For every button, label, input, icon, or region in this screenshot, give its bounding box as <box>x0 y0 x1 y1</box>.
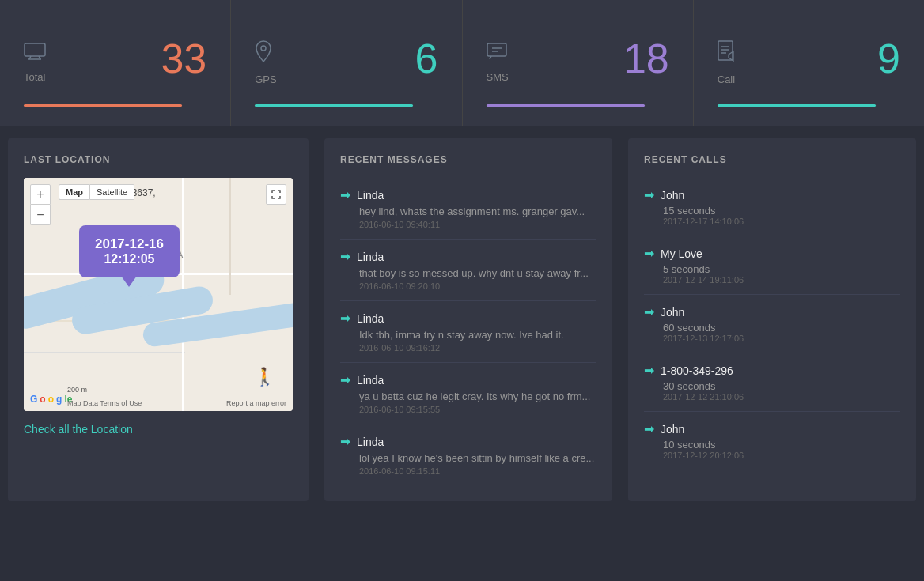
call-header-row: ➡ John <box>644 187 900 202</box>
call-header-row: ➡ 1-800-349-296 <box>644 363 900 378</box>
call-direction-icon: ➡ <box>644 246 654 261</box>
call-direction-icon: ➡ <box>644 304 654 319</box>
map-zoom-out[interactable]: − <box>30 205 51 225</box>
call-duration: 10 seconds <box>644 439 900 451</box>
map-container: + − Map Satellite 93637, USA 2017- <box>24 178 293 411</box>
stat-card-call: Call 9 <box>694 0 924 126</box>
message-direction-icon: ➡ <box>340 372 350 387</box>
map-google-logo: Google <box>30 394 72 405</box>
message-text: lol yea I know he's been sittin by himse… <box>340 452 596 464</box>
call-header-row: ➡ John <box>644 304 900 319</box>
call-underline <box>718 104 876 107</box>
message-sender-row: ➡ Linda <box>340 187 596 202</box>
message-sender-name: Linda <box>357 436 384 448</box>
map-pin-time: 12:12:05 <box>95 252 164 266</box>
message-item: ➡ Linda that boy is so messed up. why dn… <box>340 240 596 301</box>
total-value: 33 <box>161 35 206 82</box>
call-time: 2017-12-12 20:12:06 <box>644 451 900 460</box>
sms-underline <box>487 104 645 107</box>
message-direction-icon: ➡ <box>340 187 350 202</box>
message-sender-row: ➡ Linda <box>340 372 596 387</box>
map-person-icon: 🚶 <box>254 367 275 387</box>
check-location-link[interactable]: Check all the Location <box>24 423 133 436</box>
call-duration: 60 seconds <box>644 322 900 334</box>
call-duration: 15 seconds <box>644 205 900 217</box>
message-item: ➡ Linda ya u betta cuz he legit cray. It… <box>340 363 596 424</box>
map-report-link[interactable]: Report a map error <box>226 399 286 407</box>
call-item: ➡ My Love 5 seconds 2017-12-14 19:11:06 <box>644 236 900 295</box>
calls-list: ➡ John 15 seconds 2017-12-17 14:10:06 ➡ … <box>644 178 900 470</box>
document-icon <box>718 40 900 67</box>
map-type-satellite[interactable]: Satellite <box>90 184 134 200</box>
message-sender-row: ➡ Linda <box>340 434 596 449</box>
call-direction-icon: ➡ <box>644 363 654 378</box>
map-road <box>229 178 231 295</box>
message-sender-name: Linda <box>357 312 384 325</box>
svg-rect-8 <box>718 41 733 60</box>
message-sender-name: Linda <box>357 251 384 263</box>
stat-card-total: Total 33 <box>0 0 231 126</box>
recent-messages-panel: RECENT MESSAGES ➡ Linda hey lind, whats … <box>324 138 612 501</box>
message-time: 2016-06-10 09:16:12 <box>340 343 596 353</box>
message-sender-name: Linda <box>357 189 384 202</box>
message-item: ➡ Linda hey lind, whats the assignment m… <box>340 178 596 240</box>
call-direction-icon: ➡ <box>644 421 654 436</box>
stat-card-sms: SMS 18 <box>463 0 694 126</box>
map-footer-links: Map Data Terms of Use <box>67 391 142 407</box>
message-sender-name: Linda <box>357 374 384 387</box>
message-sender-row: ➡ Linda <box>340 311 596 326</box>
call-duration: 30 seconds <box>644 380 900 392</box>
map-type-buttons: Map Satellite <box>59 184 134 200</box>
gps-label: GPS <box>255 74 437 85</box>
location-pin-icon <box>255 40 437 67</box>
map-zoom-controls: + − <box>30 184 51 225</box>
call-label: Call <box>718 74 900 85</box>
call-item: ➡ 1-800-349-296 30 seconds 2017-12-12 21… <box>644 353 900 412</box>
message-item: ➡ Linda lol yea I know he's been sittin … <box>340 424 596 485</box>
svg-rect-0 <box>25 43 45 56</box>
message-time: 2016-06-10 09:20:10 <box>340 281 596 291</box>
map-type-map[interactable]: Map <box>59 184 90 200</box>
recent-calls-panel: RECENT CALLS ➡ John 15 seconds 2017-12-1… <box>628 138 916 501</box>
recent-calls-title: RECENT CALLS <box>644 154 900 165</box>
message-sender-row: ➡ Linda <box>340 249 596 264</box>
map-road <box>24 352 185 353</box>
message-text: ya u betta cuz he legit cray. Its why he… <box>340 390 596 402</box>
main-content: LAST LOCATION + − Map <box>0 126 924 513</box>
map-background <box>24 178 293 411</box>
message-text: Idk tbh, imma try n stay away now. Ive h… <box>340 329 596 341</box>
call-time: 2017-12-13 12:17:06 <box>644 334 900 343</box>
total-underline <box>24 104 182 107</box>
svg-rect-5 <box>487 43 506 56</box>
message-time: 2016-06-10 09:40:11 <box>340 220 596 229</box>
call-direction-icon: ➡ <box>644 187 654 202</box>
call-contact-name: 1-800-349-296 <box>661 364 733 377</box>
last-location-panel: LAST LOCATION + − Map <box>8 138 309 501</box>
last-location-title: LAST LOCATION <box>24 154 293 165</box>
stat-card-gps: GPS 6 <box>231 0 462 126</box>
sms-value: 18 <box>623 35 669 82</box>
recent-messages-title: RECENT MESSAGES <box>340 154 596 165</box>
call-item: ➡ John 15 seconds 2017-12-17 14:10:06 <box>644 178 900 236</box>
gps-underline <box>255 104 413 107</box>
call-contact-name: John <box>661 423 684 436</box>
call-time: 2017-12-14 19:11:06 <box>644 275 900 285</box>
message-text: hey lind, whats the assignment ms. grang… <box>340 206 596 217</box>
map-fullscreen-button[interactable] <box>266 184 286 205</box>
message-direction-icon: ➡ <box>340 434 350 449</box>
call-contact-name: John <box>661 189 684 202</box>
message-item: ➡ Linda Idk tbh, imma try n stay away no… <box>340 301 596 363</box>
call-contact-name: John <box>661 306 684 319</box>
map-zoom-in[interactable]: + <box>30 184 51 205</box>
stats-bar: Total 33 GPS 6 SMS 18 <box>0 0 924 126</box>
call-value: 9 <box>877 35 900 82</box>
gps-value: 6 <box>415 35 438 82</box>
map-pin-date: 2017-12-16 <box>95 236 164 252</box>
call-contact-name: My Love <box>661 247 702 260</box>
svg-point-4 <box>261 46 266 51</box>
call-item: ➡ John 10 seconds 2017-12-12 20:12:06 <box>644 412 900 470</box>
message-direction-icon: ➡ <box>340 311 350 326</box>
message-time: 2016-06-10 09:15:55 <box>340 405 596 414</box>
call-duration: 5 seconds <box>644 263 900 275</box>
map-pin-popup: 2017-12-16 12:12:05 <box>79 225 180 277</box>
